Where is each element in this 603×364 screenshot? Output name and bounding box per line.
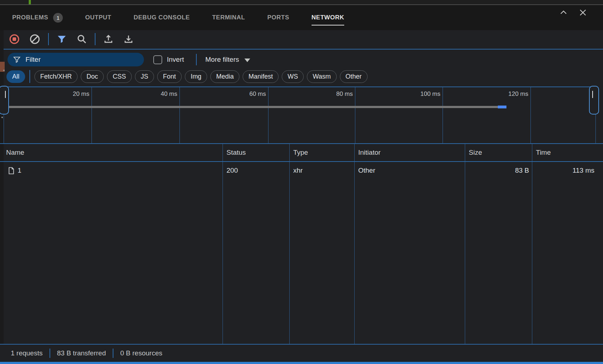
filter-separator	[196, 54, 197, 65]
request-time: 113 ms	[572, 167, 594, 174]
chip-label: Img	[191, 73, 201, 80]
handle-grip	[592, 91, 593, 98]
invert-label: Invert	[167, 56, 184, 64]
resource-type-chip[interactable]: JS	[135, 70, 154, 83]
column-header-label: Status	[226, 149, 246, 157]
request-name-cell: 1	[0, 162, 223, 179]
request-overview-bar-tip	[498, 106, 506, 108]
timeline-tick-label: 80 ms	[336, 90, 353, 98]
chip-separator	[29, 70, 30, 83]
panel-actions	[558, 0, 588, 25]
column-header-label: Type	[293, 149, 308, 157]
resource-type-chip[interactable]: Media	[210, 70, 239, 83]
panel-tab-label: PORTS	[267, 14, 289, 21]
panel-focus-border	[0, 362, 603, 364]
request-row[interactable]: 1 200 xhr Other 83 B 113 ms	[0, 162, 603, 179]
requests-table-header: Name Status Type Initiator Size Time	[0, 143, 603, 162]
filter-icon[interactable]	[56, 33, 67, 45]
toolbar-divider	[4, 49, 603, 50]
panel-tab-label: TERMINAL	[212, 14, 245, 21]
column-header[interactable]: Initiator	[355, 144, 465, 161]
resource-type-chips: All Fetch/XHR Doc CSS JS	[6, 70, 368, 83]
resource-type-chip[interactable]: Img	[185, 70, 207, 83]
problems-count-badge: 1	[53, 13, 63, 23]
panel-tab[interactable]: NETWORK	[312, 5, 344, 30]
export-har-icon[interactable]	[123, 33, 134, 45]
chip-label: Fetch/XHR	[40, 73, 72, 80]
timeline-gridline: 60 ms	[268, 87, 268, 143]
ruler-dot	[3, 70, 5, 71]
invert-checkbox[interactable]	[153, 55, 162, 64]
chip-label: JS	[141, 73, 148, 80]
network-summary-bar: 1 requests83 B transferred0 B resources	[0, 344, 603, 362]
chip-label: Font	[163, 73, 176, 80]
column-header[interactable]: Size	[465, 144, 532, 161]
empty-body-column	[465, 179, 532, 344]
request-status-cell: 200	[223, 162, 290, 179]
summary-item: 0 B resources	[113, 349, 162, 358]
column-header[interactable]: Time	[532, 144, 603, 161]
request-size-cell: 83 B	[465, 162, 532, 179]
summary-item: 83 B transferred	[50, 349, 106, 358]
overview-range-handle-right[interactable]	[589, 86, 599, 115]
gutter-modified-indicator	[29, 0, 31, 4]
maximize-panel-icon[interactable]	[558, 8, 569, 18]
resource-type-chip[interactable]: Fetch/XHR	[34, 70, 78, 83]
resource-type-chip[interactable]: WS	[282, 70, 304, 83]
resource-type-chip[interactable]: Manifest	[243, 70, 279, 83]
invert-filter-toggle[interactable]: Invert	[153, 53, 184, 66]
panel-tab-label: PROBLEMS	[12, 14, 48, 21]
panel-tab[interactable]: PORTS	[267, 5, 289, 30]
panel-tab[interactable]: TERMINAL	[212, 5, 245, 30]
panel-tab[interactable]: PROBLEMS 1	[12, 5, 63, 30]
record-icon[interactable]	[9, 33, 20, 45]
empty-body-column	[532, 179, 603, 344]
request-name: 1	[18, 167, 22, 174]
panel-tab-label: OUTPUT	[85, 14, 111, 21]
vscode-panel: 26 // const yourMMKVStorage = new MMKV()…	[0, 0, 603, 364]
panel-tab[interactable]: OUTPUT	[85, 5, 111, 30]
resource-type-chip[interactable]: Font	[157, 70, 182, 83]
request-initiator: Other	[358, 167, 375, 174]
chip-label: Doc	[87, 73, 98, 80]
chip-label: Other	[346, 73, 362, 80]
timeline-gridline: 120 ms	[530, 87, 531, 143]
filter-input[interactable]: Filter	[8, 53, 144, 66]
resource-type-chip[interactable]: CSS	[107, 70, 132, 83]
chip-label: Wasm	[313, 73, 331, 80]
close-panel-icon[interactable]	[578, 8, 588, 18]
editor-code-line: 26 // const yourMMKVStorage = new MMKV()…	[0, 0, 603, 4]
search-icon[interactable]	[76, 33, 88, 45]
resource-type-chip[interactable]: Doc	[81, 70, 104, 83]
timeline-tick-label: 100 ms	[420, 90, 440, 98]
clear-icon[interactable]	[29, 33, 41, 45]
timeline-tick-label: 40 ms	[161, 90, 177, 98]
timeline-gridline: 20 ms	[92, 87, 92, 143]
request-type-cell: xhr	[290, 162, 355, 179]
column-header[interactable]: Type	[290, 144, 355, 161]
column-header-label: Size	[469, 149, 482, 157]
chip-label: Media	[216, 73, 234, 80]
column-header[interactable]: Name	[0, 144, 223, 161]
timeline-tick-label: 60 ms	[249, 90, 266, 98]
network-devtools-panel: Filter Invert More filters All Fetch/XHR	[0, 30, 603, 364]
column-header-label: Time	[536, 149, 551, 157]
request-status: 200	[226, 167, 238, 174]
timeline-gridline: 80 ms	[355, 87, 355, 143]
panel-tab[interactable]: DEBUG CONSOLE	[134, 5, 190, 30]
resource-type-chip[interactable]: Wasm	[307, 70, 336, 83]
chip-label: Manifest	[248, 73, 273, 80]
empty-body-column	[223, 179, 290, 344]
resource-type-chip[interactable]: Other	[340, 70, 368, 83]
overview-range-handle-left[interactable]	[0, 86, 9, 115]
filter-placeholder: Filter	[25, 56, 41, 64]
chip-label: CSS	[113, 73, 126, 80]
more-filters-dropdown[interactable]: More filters	[205, 53, 250, 66]
chevron-down-icon	[244, 59, 250, 62]
request-size: 83 B	[515, 167, 529, 174]
column-header[interactable]: Status	[223, 144, 290, 161]
resource-type-chip[interactable]: All	[6, 70, 25, 83]
request-time-cell: 113 ms	[532, 162, 603, 179]
import-har-icon[interactable]	[103, 33, 114, 45]
panel-tab-label: DEBUG CONSOLE	[134, 14, 190, 21]
